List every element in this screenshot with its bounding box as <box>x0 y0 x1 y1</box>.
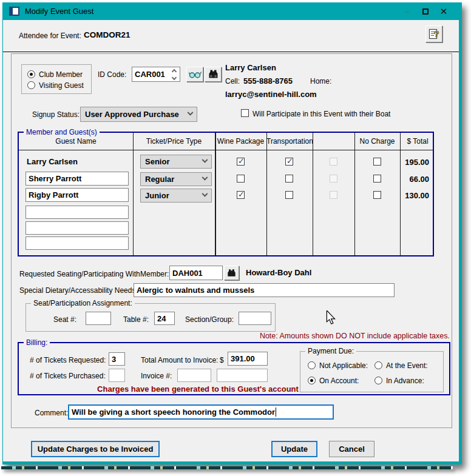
search-member-button[interactable] <box>205 67 222 82</box>
table-number-input[interactable] <box>154 312 175 325</box>
invoice-number-input-1[interactable] <box>177 369 211 382</box>
update-button[interactable]: Update <box>271 441 317 457</box>
dietary-input[interactable] <box>134 283 395 297</box>
in-advance-radio[interactable] <box>374 377 382 384</box>
not-applicable-radio[interactable] <box>308 361 316 369</box>
chevron-down-icon <box>202 191 208 197</box>
close-button[interactable]: ✕ <box>435 4 453 19</box>
transport-checkbox-1[interactable] <box>285 158 293 166</box>
signup-status-value: User Approved Purchase <box>85 110 179 119</box>
member-guest-table: Member and Guest(s) Guest Name Ticket/Pr… <box>18 132 434 256</box>
guest-name-input-3[interactable] <box>25 188 129 202</box>
spinner-up-icon[interactable] <box>172 69 177 73</box>
transport-checkbox-3[interactable] <box>285 191 293 199</box>
member-type-group: Club Member Visiting Guest <box>21 64 92 94</box>
update-charges-button[interactable]: Update Charges to be Invoiced <box>31 441 160 457</box>
column-divider <box>313 133 313 255</box>
member-name: Larry Carlsen <box>225 63 276 72</box>
blank-checkbox-3 <box>330 191 337 199</box>
id-code-spinner[interactable] <box>169 67 180 81</box>
member-guest-group-label: Member and Guest(s) <box>24 128 100 136</box>
ticket-type-value: Regular <box>145 175 174 184</box>
signup-status-label: Signup Status: <box>32 110 80 119</box>
ticket-type-dropdown-3[interactable]: Junior <box>140 189 212 203</box>
charges-generated-message: Charges have been generated to this Gues… <box>92 384 304 394</box>
guest-name-input-5[interactable] <box>25 221 129 235</box>
binoculars-icon <box>208 69 219 79</box>
guest-name-input-4[interactable] <box>25 206 129 219</box>
column-divider <box>266 133 267 255</box>
guest-name-input-6[interactable] <box>25 236 129 250</box>
on-account-radio[interactable] <box>308 377 316 384</box>
wine-checkbox-1[interactable] <box>237 158 245 166</box>
id-code-label: ID Code: <box>98 70 126 79</box>
arrow-cursor-icon <box>326 310 336 325</box>
column-divider <box>133 133 134 255</box>
cancel-button[interactable]: Cancel <box>329 441 374 457</box>
tickets-purchased-input[interactable] <box>109 369 125 382</box>
invoice-number-label: Invoice #: <box>141 372 172 380</box>
visiting-guest-radio[interactable] <box>27 81 35 89</box>
column-divider <box>215 133 216 255</box>
chevron-down-icon <box>188 110 194 116</box>
comment-value: Will be giving a short speech honoring t… <box>72 407 275 417</box>
ticket-type-dropdown-1[interactable]: Senior <box>140 155 212 169</box>
seating-member-input[interactable] <box>169 266 223 280</box>
club-member-label: Club Member <box>39 70 83 79</box>
help-question-icon: ? <box>429 28 440 41</box>
id-code-input[interactable] <box>132 67 169 81</box>
ticket-type-dropdown-2[interactable]: Regular <box>140 172 212 186</box>
spinner-down-icon[interactable] <box>172 75 177 79</box>
at-the-event-label: At the Event: <box>386 361 428 370</box>
billing-group: Billing: # of Tickets Requested: Total A… <box>18 342 450 395</box>
col-header-no-charge: No Charge <box>354 137 400 146</box>
seat-number-input[interactable] <box>86 312 111 325</box>
tickets-requested-input[interactable] <box>109 352 125 366</box>
minimize-button[interactable]: – <box>398 4 416 19</box>
club-member-radio[interactable] <box>27 70 35 78</box>
column-divider <box>354 133 355 255</box>
transport-checkbox-2[interactable] <box>285 175 293 183</box>
boat-participation-checkbox[interactable] <box>241 109 249 117</box>
wine-checkbox-3[interactable] <box>237 191 245 199</box>
col-header-guest-name: Guest Name <box>19 137 133 146</box>
blank-checkbox-1 <box>330 158 337 166</box>
id-code-field-wrap <box>132 67 180 82</box>
cell-number: 555-888-8765 <box>243 76 293 85</box>
tax-note: Note: Amounts shown DO NOT include appli… <box>254 332 450 340</box>
tickets-purchased-label: # of Tickets Purchased: <box>30 372 106 380</box>
header-divider <box>19 150 433 150</box>
comment-input[interactable]: Will be giving a short speech honoring t… <box>68 404 334 420</box>
help-button[interactable]: ? <box>425 25 442 42</box>
member-code-label: Member: <box>140 270 169 278</box>
boat-participation-label: Will Participate in this Event with thei… <box>252 110 390 118</box>
total-amount-input[interactable] <box>228 352 268 366</box>
requested-seating-label: Requested Seating/Participating With <box>19 270 140 278</box>
col-header-ticket-type: Ticket/Price Type <box>133 137 215 146</box>
invoice-number-input-2[interactable] <box>217 369 268 382</box>
guest-name-static: Larry Carlsen <box>27 157 78 166</box>
not-applicable-label: Not Applicable: <box>319 361 368 370</box>
no-charge-checkbox-2[interactable] <box>373 175 381 183</box>
window-drop-shadow <box>4 469 455 474</box>
home-label: Home: <box>310 77 331 85</box>
at-the-event-radio[interactable] <box>374 361 382 369</box>
modify-event-guest-window: Modify Event Guest – ✕ Attendee for Even… <box>2 2 462 464</box>
signup-status-dropdown[interactable]: User Approved Purchase <box>80 107 197 122</box>
no-charge-checkbox-1[interactable] <box>373 158 381 166</box>
dollar-sign: $ <box>220 356 224 364</box>
section-group-input[interactable] <box>239 312 271 325</box>
title-bar[interactable]: Modify Event Guest – ✕ <box>3 2 459 20</box>
row-total-1: 195.00 <box>400 158 429 167</box>
view-member-button[interactable] <box>186 67 203 82</box>
ticket-type-value: Junior <box>145 191 169 200</box>
payment-due-group: Payment Due: Not Applicable: At the Even… <box>300 351 444 392</box>
no-charge-checkbox-3[interactable] <box>373 191 381 199</box>
maximize-button[interactable] <box>416 4 435 19</box>
wine-checkbox-2[interactable] <box>237 175 245 183</box>
col-header-transportation: Transportation <box>266 137 313 146</box>
col-header-total: $ Total <box>400 137 435 146</box>
guest-name-input-2[interactable] <box>25 172 129 186</box>
tickets-requested-label: # of Tickets Requested: <box>30 356 106 364</box>
search-seating-member-button[interactable] <box>224 266 239 280</box>
